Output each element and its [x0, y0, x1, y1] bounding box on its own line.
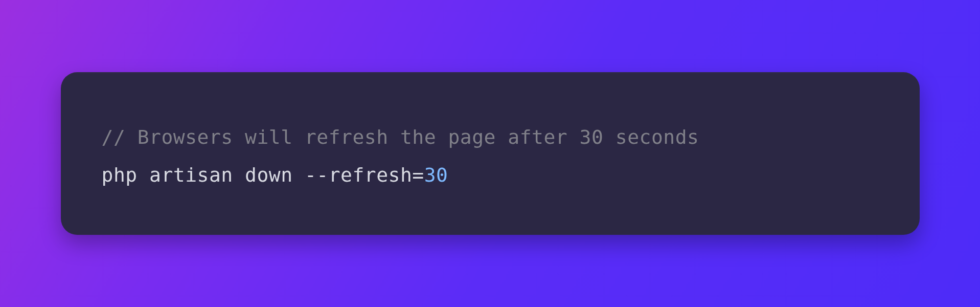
code-comment: // Browsers will refresh the page after … [102, 126, 699, 148]
code-command-text: php artisan down --refresh= [102, 164, 424, 186]
code-block-card: // Browsers will refresh the page after … [61, 72, 920, 235]
code-command-number: 30 [424, 164, 448, 186]
code-block: // Browsers will refresh the page after … [102, 118, 879, 194]
